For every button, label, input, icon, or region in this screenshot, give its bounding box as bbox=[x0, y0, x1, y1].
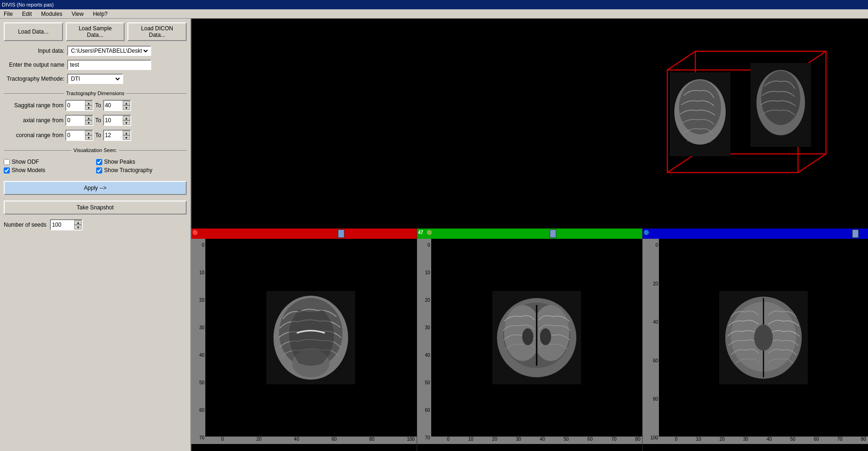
input-data-select[interactable]: C:\Users\PENTABELL\Desktop\dipy_d bbox=[69, 47, 149, 55]
seeds-up[interactable]: ▲ bbox=[74, 220, 82, 225]
slice-content-2: 0 10 20 30 40 50 60 70 bbox=[417, 239, 643, 444]
axial-to-up[interactable]: ▲ bbox=[123, 116, 130, 120]
axial-from-down[interactable]: ▼ bbox=[85, 120, 92, 125]
coronal-to-down[interactable]: ▼ bbox=[123, 135, 130, 140]
red-slider-bar[interactable]: 🔴 bbox=[191, 229, 417, 239]
slice-bottom-3 bbox=[643, 444, 868, 451]
menu-view[interactable]: View bbox=[70, 10, 85, 18]
saggital-from-spinbox[interactable]: ▲ ▼ bbox=[65, 100, 93, 111]
svg-line-4 bbox=[667, 154, 695, 173]
axial-from-up[interactable]: ▲ bbox=[85, 116, 92, 120]
menu-edit[interactable]: Edit bbox=[20, 10, 34, 18]
red-slider-thumb[interactable] bbox=[338, 229, 344, 238]
axial-from-input[interactable] bbox=[66, 116, 85, 125]
saggital-to-up[interactable]: ▲ bbox=[123, 101, 130, 105]
coronal-label: coronal range bbox=[4, 132, 50, 139]
show-odf-checkbox[interactable] bbox=[4, 159, 10, 165]
main-container: Load Data... Load Sample Data... Load DI… bbox=[0, 19, 868, 451]
coronal-from-up[interactable]: ▲ bbox=[85, 131, 92, 135]
coronal-to-input[interactable] bbox=[104, 131, 123, 140]
saggital-to-down[interactable]: ▼ bbox=[123, 105, 130, 110]
coronal-range-row: coronal range from ▲ ▼ To ▲ ▼ bbox=[4, 130, 187, 141]
load-sample-data-button[interactable]: Load Sample Data... bbox=[66, 22, 125, 41]
title-bar: DIVIS (No reports pas) bbox=[0, 0, 868, 9]
seeds-input[interactable] bbox=[51, 220, 74, 229]
axial-to-btns: ▲ ▼ bbox=[123, 116, 130, 125]
axial-from-spinbox[interactable]: ▲ ▼ bbox=[65, 115, 93, 126]
seeds-down[interactable]: ▼ bbox=[74, 225, 82, 229]
saggital-from-down[interactable]: ▼ bbox=[85, 105, 92, 110]
saggital-to-input[interactable] bbox=[104, 101, 123, 110]
input-data-label: Input data: bbox=[4, 48, 64, 54]
show-peaks-label: Show Peaks bbox=[104, 159, 135, 165]
menu-help[interactable]: Help? bbox=[91, 10, 109, 18]
blue-slider-thumb[interactable] bbox=[852, 229, 859, 238]
green-slider-bar[interactable]: 47 🟢 bbox=[417, 229, 643, 239]
green-slider-num: 47 bbox=[418, 230, 423, 235]
show-models-checkbox[interactable] bbox=[4, 167, 10, 173]
svg-point-8 bbox=[679, 80, 721, 134]
load-dicom-data-button[interactable]: Load DICON Data... bbox=[127, 22, 187, 41]
green-slider-thumb[interactable] bbox=[550, 229, 556, 238]
tractography-method-combo[interactable]: DTI CSD CSA bbox=[67, 74, 123, 84]
slice-plot-area-2: 0 10 20 30 40 50 60 70 80 bbox=[431, 239, 643, 444]
tractography-method-row: Tractography Methode: DTI CSD CSA bbox=[4, 74, 187, 84]
slice-inner-1: 0 10 20 30 40 50 60 70 bbox=[191, 239, 417, 444]
apply-button[interactable]: Apply --> bbox=[4, 181, 187, 195]
brain-3d-svg bbox=[630, 42, 854, 205]
blue-slider-bar[interactable]: 🔵 bbox=[643, 229, 868, 239]
mri-svg-1 bbox=[266, 291, 355, 384]
mri-svg-3 bbox=[719, 291, 808, 384]
menu-file[interactable]: File bbox=[2, 10, 14, 18]
saggital-from-label: from bbox=[52, 102, 63, 109]
show-odf-label: Show ODF bbox=[12, 159, 39, 165]
slice-inner-3: 0 20 40 60 80 100 bbox=[643, 239, 868, 444]
coronal-from-input[interactable] bbox=[66, 131, 85, 140]
axial-from-btns: ▲ ▼ bbox=[85, 116, 92, 125]
coronal-from-spinbox[interactable]: ▲ ▼ bbox=[65, 130, 93, 141]
coronal-from-btns: ▲ ▼ bbox=[85, 131, 92, 140]
load-buttons-row: Load Data... Load Sample Data... Load DI… bbox=[4, 22, 187, 41]
svg-point-23 bbox=[540, 328, 551, 345]
svg-point-11 bbox=[761, 71, 800, 125]
show-models-row: Show Models bbox=[4, 167, 94, 173]
coronal-to-up[interactable]: ▲ bbox=[123, 131, 130, 135]
slice-content-1: 0 10 20 30 40 50 60 70 bbox=[191, 239, 417, 444]
svg-line-5 bbox=[798, 154, 826, 173]
load-data-button[interactable]: Load Data... bbox=[4, 22, 63, 41]
menu-modules[interactable]: Modules bbox=[39, 10, 64, 18]
input-data-combo[interactable]: C:\Users\PENTABELL\Desktop\dipy_d bbox=[67, 46, 151, 56]
axial-to-down[interactable]: ▼ bbox=[123, 120, 130, 125]
slice-img-2 bbox=[431, 239, 643, 437]
tractography-method-label: Tractography Methode: bbox=[4, 76, 64, 82]
green-slider-icon: 🟢 bbox=[427, 230, 432, 235]
viz-checkboxes: Show ODF Show Peaks Show Models Show Tra… bbox=[4, 159, 187, 173]
seeds-spinbox[interactable]: ▲ ▼ bbox=[50, 219, 83, 230]
saggital-range-row: Saggital range from ▲ ▼ To ▲ ▼ bbox=[4, 100, 187, 111]
viz-label: Visualization Seen: bbox=[73, 147, 117, 153]
slice-panel-3: 🔵 0 20 40 60 80 100 bbox=[643, 229, 868, 451]
output-name-input[interactable]: test bbox=[67, 60, 151, 70]
slice-panel-1: 🔴 0 10 20 30 40 50 60 70 bbox=[191, 229, 417, 451]
saggital-from-up[interactable]: ▲ bbox=[85, 101, 92, 105]
show-tractography-checkbox[interactable] bbox=[96, 167, 102, 173]
snapshot-button[interactable]: Take Snapshot bbox=[4, 201, 187, 215]
show-odf-row: Show ODF bbox=[4, 159, 94, 165]
axial-to-spinbox[interactable]: ▲ ▼ bbox=[103, 115, 131, 126]
coronal-from-down[interactable]: ▼ bbox=[85, 135, 92, 140]
output-name-row: Enter the output name test bbox=[4, 60, 187, 70]
x-axis-2: 0 10 20 30 40 50 60 70 80 bbox=[445, 437, 643, 444]
top-3d-view bbox=[191, 19, 868, 229]
show-peaks-checkbox[interactable] bbox=[96, 159, 102, 165]
y-axis-3: 0 20 40 60 80 100 bbox=[643, 239, 659, 444]
input-data-row: Input data: C:\Users\PENTABELL\Desktop\d… bbox=[4, 46, 187, 56]
saggital-to-spinbox[interactable]: ▲ ▼ bbox=[103, 100, 131, 111]
saggital-to-btns: ▲ ▼ bbox=[123, 101, 130, 110]
svg-point-20 bbox=[532, 305, 569, 361]
coronal-to-spinbox[interactable]: ▲ ▼ bbox=[103, 130, 131, 141]
viz-divider: Visualization Seen: bbox=[4, 147, 187, 153]
saggital-label: Saggital range bbox=[4, 102, 50, 109]
axial-to-input[interactable] bbox=[104, 116, 123, 125]
saggital-from-input[interactable] bbox=[66, 101, 85, 110]
tractography-method-select[interactable]: DTI CSD CSA bbox=[69, 75, 121, 83]
